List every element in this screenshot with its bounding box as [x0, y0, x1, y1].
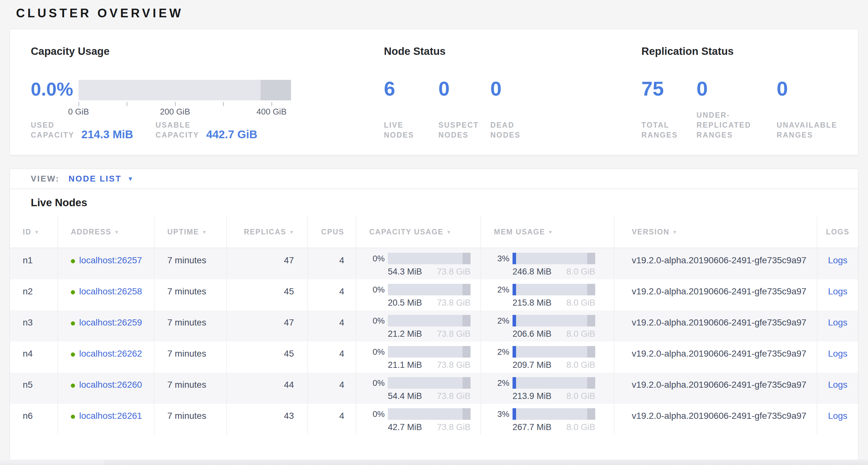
node-cpus: 4 [308, 404, 356, 435]
column-header-id[interactable]: ID▼ [10, 216, 58, 248]
table-row: n3 localhost:26259 7 minutes 47 4 0% 21.… [10, 311, 858, 342]
table-row: n2 localhost:26258 7 minutes 45 4 0% 20.… [10, 279, 858, 311]
mem-used-value: 206.6 MiB [513, 329, 552, 339]
node-capacity-usage: 0% 21.1 MiB 73.8 GiB [356, 342, 481, 373]
total-ranges-count: 75 [641, 77, 696, 100]
node-address-link[interactable]: localhost:26257 [79, 255, 142, 265]
node-capacity-usage: 0% 54.4 MiB 73.8 GiB [356, 373, 481, 404]
column-header-uptime[interactable]: UPTIME▼ [155, 216, 227, 248]
node-address-link[interactable]: localhost:26261 [79, 411, 142, 421]
node-address-link[interactable]: localhost:26262 [79, 349, 142, 359]
view-label: VIEW: [31, 174, 60, 184]
capacity-percent-label: 0% [369, 285, 385, 295]
node-logs-link[interactable]: Logs [828, 349, 847, 358]
node-uptime: 7 minutes [155, 311, 227, 342]
mem-reserved-segment [587, 253, 595, 264]
node-version: v19.2.0-alpha.20190606-2491-gfe735c9a97 [615, 279, 817, 311]
mem-total-value: 8.0 GiB [566, 298, 595, 308]
live-nodes-label: LIVE NODES [384, 120, 438, 140]
total-ranges-label: TOTAL RANGES [641, 120, 696, 140]
nodes-card: VIEW: NODE LIST ▼ Live Nodes ID▼ADDRESS▼… [10, 169, 858, 460]
node-logs-cell: Logs [817, 404, 858, 435]
mem-total-value: 8.0 GiB [566, 360, 595, 370]
capacity-total-value: 73.8 GiB [437, 423, 470, 432]
gauge-tick-label: 400 GiB [256, 107, 286, 117]
node-logs-link[interactable]: Logs [828, 255, 847, 265]
node-uptime: 7 minutes [155, 342, 227, 373]
node-address-link[interactable]: localhost:26259 [79, 318, 142, 328]
node-version: v19.2.0-alpha.20190606-2491-gfe735c9a97 [615, 342, 817, 373]
column-header-version[interactable]: VERSION▼ [615, 216, 817, 248]
column-header-capacity-usage[interactable]: CAPACITY USAGE▼ [356, 216, 481, 248]
capacity-usage-bar [388, 253, 470, 264]
mem-total-value: 8.0 GiB [566, 267, 595, 277]
mem-usage-bar [513, 315, 595, 326]
node-logs-link[interactable]: Logs [828, 380, 847, 390]
node-address-cell: localhost:26262 [58, 342, 155, 373]
mem-reserved-segment [587, 377, 595, 389]
node-logs-link[interactable]: Logs [828, 318, 847, 327]
sort-arrow-icon: ▼ [202, 229, 207, 235]
table-row: n5 localhost:26260 7 minutes 44 4 0% 54.… [10, 373, 858, 404]
sort-arrow-icon: ▼ [34, 229, 39, 235]
capacity-gauge-ticks [79, 100, 291, 106]
node-address-link[interactable]: localhost:26258 [79, 286, 142, 297]
capacity-reserved-segment [463, 408, 470, 420]
node-cpus: 4 [308, 279, 356, 311]
column-header-mem-usage[interactable]: MEM USAGE▼ [481, 216, 615, 248]
mem-used-segment [513, 377, 516, 389]
chevron-down-icon: ▼ [127, 175, 134, 182]
mem-total-value: 8.0 GiB [566, 329, 595, 339]
column-header-replicas[interactable]: REPLICAS▼ [227, 216, 308, 248]
node-mem-usage: 3% 246.8 MiB 8.0 GiB [481, 248, 615, 279]
node-logs-link[interactable]: Logs [828, 411, 847, 421]
mem-used-value: 209.7 MiB [513, 360, 552, 370]
node-uptime: 7 minutes [155, 279, 227, 311]
node-version: v19.2.0-alpha.20190606-2491-gfe735c9a97 [615, 311, 817, 342]
node-address-cell: localhost:26259 [58, 311, 155, 342]
node-uptime: 7 minutes [155, 373, 227, 404]
mem-percent-label: 3% [494, 409, 509, 419]
node-replicas: 44 [227, 373, 308, 404]
sort-arrow-icon: ▼ [114, 229, 119, 235]
capacity-usage-bar [388, 315, 470, 326]
capacity-used-value: 42.7 MiB [388, 423, 422, 432]
sort-arrow-icon: ▼ [673, 229, 677, 235]
mem-total-value: 8.0 GiB [566, 423, 595, 432]
node-capacity-usage: 0% 20.5 MiB 73.8 GiB [356, 279, 481, 311]
node-live-status-dot [71, 290, 75, 294]
capacity-reserved-segment [463, 377, 470, 389]
replication-status-title: Replication Status [641, 45, 837, 57]
view-selected-value: NODE LIST [69, 174, 122, 184]
node-replicas: 47 [227, 311, 308, 342]
live-nodes-header: Live Nodes [10, 189, 858, 216]
capacity-total-value: 73.8 GiB [437, 391, 470, 401]
capacity-reserved-segment [463, 253, 470, 264]
capacity-used-value: 20.5 MiB [388, 298, 422, 308]
used-capacity-stat: USED CAPACITY 214.3 MiB [31, 120, 133, 140]
view-selector[interactable]: NODE LIST ▼ [69, 174, 134, 184]
column-header-cpus: CPUS [308, 216, 356, 248]
node-logs-cell: Logs [817, 342, 858, 373]
node-mem-usage: 3% 267.7 MiB 8.0 GiB [481, 404, 615, 435]
capacity-usage-section: Capacity Usage 0.0% 0 GiB [31, 29, 384, 155]
node-cpus: 4 [308, 342, 356, 373]
node-logs-link[interactable]: Logs [828, 286, 847, 296]
node-id: n3 [10, 311, 58, 342]
table-row: n6 localhost:26261 7 minutes 43 4 0% 42.… [10, 404, 858, 435]
node-live-status-dot [71, 415, 75, 419]
node-cpus: 4 [308, 311, 356, 342]
capacity-usage-bar [388, 377, 470, 389]
node-id: n1 [10, 248, 58, 279]
dead-nodes-count: 0 [490, 77, 641, 100]
column-header-logs: LOGS [817, 216, 858, 248]
mem-used-value: 246.8 MiB [513, 267, 552, 277]
node-replicas: 45 [227, 279, 308, 311]
node-logs-cell: Logs [817, 373, 858, 404]
mem-used-value: 213.9 MiB [513, 391, 552, 401]
mem-usage-bar [513, 346, 595, 357]
node-address-link[interactable]: localhost:26260 [79, 380, 142, 390]
node-version: v19.2.0-alpha.20190606-2491-gfe735c9a97 [615, 404, 817, 435]
column-header-address[interactable]: ADDRESS▼ [58, 216, 155, 248]
node-replicas: 47 [227, 248, 308, 279]
